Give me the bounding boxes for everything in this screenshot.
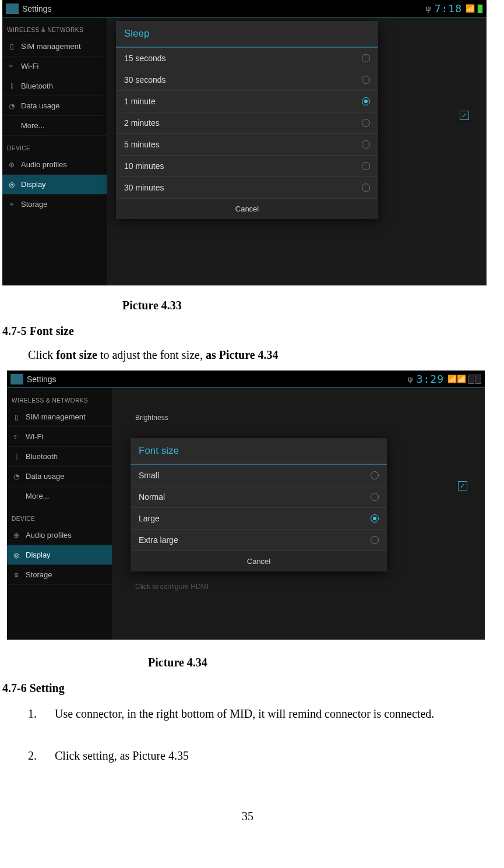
battery-icon xyxy=(468,375,474,384)
sleep-dialog: Sleep 15 seconds 30 seconds 1 minute 2 m… xyxy=(116,21,378,219)
brightness-row[interactable]: Brightness xyxy=(135,414,168,422)
sleep-option-30s[interactable]: 30 seconds xyxy=(116,69,378,91)
screenshot-sleep-dialog: Settings ψ 7:18 📶 WIRELESS & NETWORKS ▯S… xyxy=(2,0,487,285)
sidebar-item-data-usage[interactable]: ◔Data usage xyxy=(7,467,112,486)
screenshot-fontsize-dialog: Settings ψ 3:29 📶📶 WIRELESS & NETWORKS ▯… xyxy=(7,371,485,640)
audio-icon: ⊕ xyxy=(12,531,21,539)
sidebar-item-storage[interactable]: ≡Storage xyxy=(7,565,112,585)
wifi-icon: ᯤ xyxy=(7,62,16,70)
wifi-icon: ᯤ xyxy=(12,433,21,441)
radio-icon xyxy=(362,76,370,84)
sidebar-item-data-usage[interactable]: ◔Data usage xyxy=(2,96,107,116)
paragraph-475: Click font size to adjust the font size,… xyxy=(28,348,279,362)
fontsize-option-large[interactable]: Large xyxy=(131,508,387,530)
status-bar: Settings ψ 7:18 📶 xyxy=(2,0,487,17)
signal-icon: 📶📶 xyxy=(447,375,466,383)
sidebar-header-wireless: WIRELESS & NETWORKS xyxy=(2,17,107,37)
radio-icon xyxy=(362,54,370,62)
checkbox-checked-icon[interactable]: ✓ xyxy=(458,481,467,491)
storage-icon: ≡ xyxy=(7,200,16,209)
dialog-title: Sleep xyxy=(116,21,378,48)
radio-icon xyxy=(362,140,370,149)
sleep-option-15s[interactable]: 15 seconds xyxy=(116,48,378,69)
list-item-1: 1.Use connector, in the right bottom of … xyxy=(28,707,482,721)
sidebar-header-device: DEVICE xyxy=(2,136,107,155)
sidebar-header-wireless: WIRELESS & NETWORKS xyxy=(7,388,112,407)
data-usage-icon: ◔ xyxy=(12,472,21,481)
app-title: Settings xyxy=(27,375,57,384)
battery-icon xyxy=(477,4,483,13)
app-title: Settings xyxy=(22,4,52,13)
cancel-button[interactable]: Cancel xyxy=(131,551,387,571)
sidebar-item-more[interactable]: More... xyxy=(2,116,107,136)
sleep-option-5m[interactable]: 5 minutes xyxy=(116,134,378,156)
sidebar-item-audio[interactable]: ⊕Audio profiles xyxy=(7,525,112,545)
heading-476: 4.7-6 Setting xyxy=(2,682,65,695)
status-bar: Settings ψ 3:29 📶📶 xyxy=(7,371,485,388)
sleep-option-1m[interactable]: 1 minute xyxy=(116,91,378,112)
display-icon: ◎ xyxy=(12,551,21,559)
hdmi-row[interactable]: Click to configure HDMI xyxy=(135,583,209,591)
sidebar-item-storage[interactable]: ≡Storage xyxy=(2,195,107,214)
figure-caption-433: Picture 4.33 xyxy=(122,299,182,312)
sidebar-item-wifi[interactable]: ᯤWi-Fi xyxy=(7,427,112,447)
radio-icon xyxy=(371,471,379,479)
fontsize-option-extra-large[interactable]: Extra large xyxy=(131,530,387,551)
radio-icon xyxy=(371,536,379,544)
sidebar-item-wifi[interactable]: ᯤWi-Fi xyxy=(2,57,107,76)
usb-icon: ψ xyxy=(425,4,431,13)
radio-icon xyxy=(362,119,370,127)
usb-icon: ψ xyxy=(407,375,413,383)
clock: 3:29 xyxy=(417,373,444,385)
data-usage-icon: ◔ xyxy=(7,102,16,110)
radio-icon xyxy=(371,493,379,501)
heading-475: 4.7-5 Font size xyxy=(2,324,74,338)
sleep-option-2m[interactable]: 2 minutes xyxy=(116,112,378,134)
bluetooth-icon: ᛒ xyxy=(7,82,16,90)
settings-icon xyxy=(6,3,19,14)
dialog-title: Font size xyxy=(131,438,387,465)
storage-icon: ≡ xyxy=(12,571,21,579)
list-item-2: 2.Click setting, as Picture 4.35 xyxy=(28,749,482,763)
cancel-button[interactable]: Cancel xyxy=(116,199,378,219)
signal-icon: 📶 xyxy=(466,4,475,13)
checkbox-checked-icon[interactable]: ✓ xyxy=(460,111,469,120)
sidebar-item-bluetooth[interactable]: ᛒBluetooth xyxy=(7,447,112,467)
display-icon: ◎ xyxy=(7,181,16,189)
page-number: 35 xyxy=(242,810,253,823)
bluetooth-icon: ᛒ xyxy=(12,453,21,461)
audio-icon: ⊕ xyxy=(7,161,16,169)
fontsize-option-normal[interactable]: Normal xyxy=(131,486,387,508)
settings-sidebar: WIRELESS & NETWORKS ▯SIM management ᯤWi-… xyxy=(7,388,112,640)
sim-icon: ▯ xyxy=(12,413,21,421)
radio-selected-icon xyxy=(371,514,379,523)
figure-caption-434: Picture 4.34 xyxy=(148,656,207,669)
clock: 7:18 xyxy=(435,2,462,15)
sidebar-header-device: DEVICE xyxy=(7,506,112,525)
sleep-option-10m[interactable]: 10 minutes xyxy=(116,156,378,177)
sidebar-item-display[interactable]: ◎Display xyxy=(7,545,112,565)
sidebar-item-audio[interactable]: ⊕Audio profiles xyxy=(2,155,107,175)
sidebar-item-bluetooth[interactable]: ᛒBluetooth xyxy=(2,76,107,96)
radio-icon xyxy=(362,162,370,170)
battery-icon xyxy=(475,375,481,384)
radio-icon xyxy=(362,184,370,192)
radio-selected-icon xyxy=(362,97,370,105)
fontsize-dialog: Font size Small Normal Large Extra large… xyxy=(131,438,387,571)
settings-sidebar: WIRELESS & NETWORKS ▯SIM management ᯤWi-… xyxy=(2,17,107,285)
sidebar-item-sim[interactable]: ▯SIM management xyxy=(7,407,112,427)
fontsize-option-small[interactable]: Small xyxy=(131,465,387,486)
sidebar-item-display[interactable]: ◎Display xyxy=(2,175,107,195)
sleep-option-30m[interactable]: 30 minutes xyxy=(116,177,378,199)
sidebar-item-more[interactable]: More... xyxy=(7,486,112,506)
settings-icon xyxy=(10,374,23,384)
sim-icon: ▯ xyxy=(7,43,16,51)
sidebar-item-sim[interactable]: ▯SIM management xyxy=(2,37,107,57)
